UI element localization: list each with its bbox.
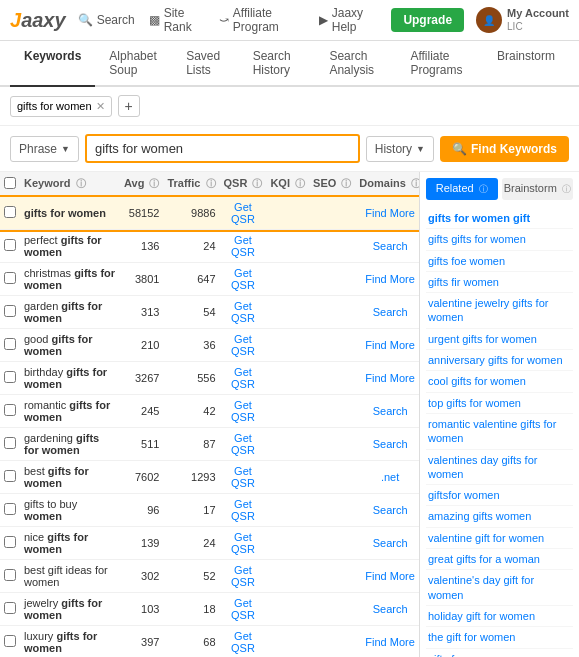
row-checkbox[interactable] [4, 602, 16, 614]
sidebar-item[interactable]: anniversary gifts for women [426, 350, 573, 371]
row-checkbox[interactable] [4, 635, 16, 647]
sidebar-tab-brainstorm[interactable]: Brainstorm ⓘ [502, 178, 574, 200]
search-link[interactable]: Search [373, 438, 408, 450]
get-qsr-link[interactable]: Get QSR [231, 564, 255, 588]
search-link[interactable]: Search [373, 537, 408, 549]
sidebar-item[interactable]: holiday gift for women [426, 606, 573, 627]
sidebar-item[interactable]: great gifts for a woman [426, 549, 573, 570]
tab-keywords[interactable]: Keywords [10, 41, 95, 87]
tag-close-icon[interactable]: ✕ [96, 100, 105, 113]
row-check [0, 560, 20, 593]
get-qsr-link[interactable]: Get QSR [231, 597, 255, 621]
sidebar-item[interactable]: valentine jewelry gifts for women [426, 293, 573, 329]
sidebar-tab-related[interactable]: Related ⓘ [426, 178, 498, 200]
tab-saved-lists[interactable]: Saved Lists [172, 41, 238, 87]
find_more-link[interactable]: Find More [365, 207, 415, 219]
get-qsr-link[interactable]: Get QSR [231, 300, 255, 324]
history-dropdown[interactable]: History ▼ [366, 136, 434, 162]
select-all-checkbox[interactable] [4, 177, 16, 189]
find_more-link[interactable]: Find More [365, 273, 415, 285]
get-qsr-link[interactable]: Get QSR [231, 531, 255, 555]
row-checkbox[interactable] [4, 239, 16, 251]
table-row: nice gifts for women 139 24 Get QSR Sear… [0, 527, 419, 560]
row-checkbox[interactable] [4, 470, 16, 482]
tab-search-history[interactable]: Search History [239, 41, 316, 87]
get-qsr-link[interactable]: Get QSR [231, 267, 255, 291]
tab-search-analysis[interactable]: Search Analysis [315, 41, 396, 87]
nav-search[interactable]: 🔍 Search [78, 13, 135, 27]
row-domains: Search [355, 593, 419, 626]
search-link[interactable]: Search [373, 306, 408, 318]
row-checkbox[interactable] [4, 206, 16, 218]
row-avg: 3267 [120, 362, 163, 395]
traffic-info-icon[interactable]: ⓘ [206, 178, 216, 189]
table-row: gardening gifts for women 511 87 Get QSR… [0, 428, 419, 461]
find_more-link[interactable]: Find More [365, 570, 415, 582]
sidebar-item[interactable]: gifts gifts for women [426, 229, 573, 250]
search-link[interactable]: Search [373, 405, 408, 417]
search-link[interactable]: Search [373, 240, 408, 252]
upgrade-button[interactable]: Upgrade [391, 8, 464, 32]
sidebar-item[interactable]: valentines day gifts for women [426, 450, 573, 486]
row-checkbox[interactable] [4, 305, 16, 317]
find-keywords-button[interactable]: 🔍 Find Keywords [440, 136, 569, 162]
find_more-link[interactable]: Find More [365, 636, 415, 648]
nav-help[interactable]: ▶ Jaaxy Help [319, 6, 380, 34]
related-info-icon[interactable]: ⓘ [479, 184, 488, 194]
find_more-link[interactable]: Find More [365, 339, 415, 351]
sidebar-item[interactable]: amazing gifts women [426, 506, 573, 527]
tab-brainstorm[interactable]: Brainstorm [483, 41, 569, 87]
nav-site-rank[interactable]: ▩ Site Rank [149, 6, 205, 34]
row-checkbox[interactable] [4, 536, 16, 548]
row-checkbox[interactable] [4, 437, 16, 449]
qsr-info-icon[interactable]: ⓘ [252, 178, 262, 189]
account-area[interactable]: 👤 My Account LIC [476, 7, 569, 33]
get-qsr-link[interactable]: Get QSR [231, 498, 255, 522]
get-qsr-link[interactable]: Get QSR [231, 366, 255, 390]
sidebar-item[interactable]: giftsfor women [426, 485, 573, 506]
seo-info-icon[interactable]: ⓘ [341, 178, 351, 189]
search-link[interactable]: Search [373, 603, 408, 615]
get-qsr-link[interactable]: Get QSR [231, 201, 255, 225]
row-checkbox[interactable] [4, 503, 16, 515]
get-qsr-link[interactable]: Get QSR [231, 234, 255, 258]
domains-info-icon[interactable]: ⓘ [411, 178, 419, 189]
find_more-link[interactable]: Find More [365, 372, 415, 384]
sidebar-item[interactable]: valentine's day gift for women [426, 570, 573, 606]
avg-info-icon[interactable]: ⓘ [149, 178, 159, 189]
tab-alphabet-soup[interactable]: Alphabet Soup [95, 41, 172, 87]
keyword-info-icon[interactable]: ⓘ [76, 178, 86, 189]
tab-affiliate-programs[interactable]: Affiliate Programs [396, 41, 483, 87]
row-checkbox[interactable] [4, 338, 16, 350]
kqi-info-icon[interactable]: ⓘ [295, 178, 305, 189]
search-link[interactable]: Search [373, 504, 408, 516]
nav-affiliate[interactable]: ⤻ Affiliate Program [219, 6, 305, 34]
get-qsr-link[interactable]: Get QSR [231, 465, 255, 489]
get-qsr-link[interactable]: Get QSR [231, 333, 255, 357]
row-keyword: nice gifts for women [20, 527, 120, 560]
add-tag-button[interactable]: + [118, 95, 140, 117]
sidebar-item[interactable]: gifts for women gift [426, 208, 573, 229]
sidebar-item[interactable]: the gift for women [426, 627, 573, 648]
sidebar-item[interactable]: valentine gift for women [426, 528, 573, 549]
brainstorm-info-icon[interactable]: ⓘ [562, 184, 571, 194]
row-checkbox[interactable] [4, 371, 16, 383]
search-input[interactable] [85, 134, 360, 163]
sidebar-item[interactable]: urgent gifts for women [426, 329, 573, 350]
sidebar-item[interactable]: gifts foe women [426, 251, 573, 272]
phrase-dropdown[interactable]: Phrase ▼ [10, 136, 79, 162]
sidebar-item[interactable]: gifts forwomen [426, 649, 573, 657]
sidebar-item[interactable]: romantic valentine gifts for women [426, 414, 573, 450]
sidebar-item[interactable]: cool gifts for women [426, 371, 573, 392]
get-qsr-link[interactable]: Get QSR [231, 399, 255, 423]
sidebar-item[interactable]: top gifts for women [426, 393, 573, 414]
row-checkbox[interactable] [4, 569, 16, 581]
sidebar-item[interactable]: gifts fir women [426, 272, 573, 293]
get-qsr-link[interactable]: Get QSR [231, 630, 255, 654]
net-link[interactable]: .net [381, 471, 399, 483]
get-qsr-link[interactable]: Get QSR [231, 432, 255, 456]
tag-gifts-for-women: gifts for women ✕ [10, 96, 112, 117]
row-avg: 511 [120, 428, 163, 461]
row-checkbox[interactable] [4, 272, 16, 284]
row-checkbox[interactable] [4, 404, 16, 416]
